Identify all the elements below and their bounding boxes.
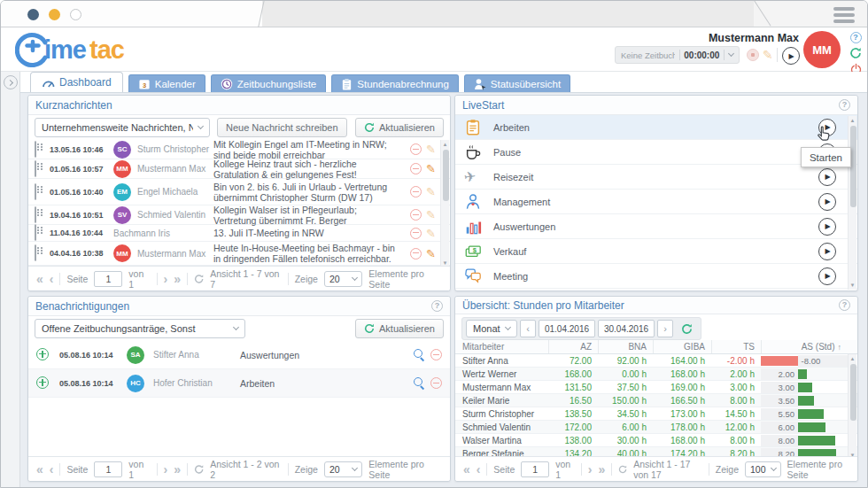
- refresh-icon: [364, 323, 375, 334]
- help-icon[interactable]: ?: [850, 32, 862, 43]
- column-ts[interactable]: TS: [711, 340, 761, 353]
- scroll-up-icon[interactable]: ▲: [849, 354, 856, 363]
- column-as-std[interactable]: AS (Std)↑: [761, 340, 848, 353]
- next-page-icon[interactable]: ›: [588, 463, 593, 476]
- next-page-icon[interactable]: ›: [164, 463, 168, 476]
- date-from-input[interactable]: 01.04.2016: [539, 320, 595, 337]
- first-page-icon[interactable]: «: [36, 463, 43, 476]
- delete-message-icon[interactable]: [410, 209, 422, 221]
- refresh-notifications-button[interactable]: Aktualisieren: [355, 319, 444, 338]
- stop-tracking-icon[interactable]: [747, 49, 759, 61]
- notification-filter-select[interactable]: Offene Zeitbuchungsanträge, Sonst: [35, 319, 245, 338]
- reload-list-icon[interactable]: [194, 274, 204, 284]
- scrollbar[interactable]: ▲ ▼: [848, 116, 856, 290]
- tab-zeitbuchungsliste[interactable]: Zeitbuchungsliste: [211, 74, 327, 92]
- edit-message-icon[interactable]: ✎: [426, 209, 436, 221]
- dismiss-icon[interactable]: [430, 349, 442, 360]
- column-mitarbeiter[interactable]: Mitarbeiter: [455, 340, 548, 353]
- time-tracking-widget[interactable]: Keine Zeitbuchung ... 00:00:00: [615, 46, 740, 64]
- refresh-icon[interactable]: [849, 47, 862, 59]
- chevron-down-icon[interactable]: [728, 50, 734, 57]
- help-icon[interactable]: ?: [839, 99, 850, 111]
- last-page-icon[interactable]: »: [174, 463, 181, 476]
- new-message-button[interactable]: Neue Nachricht schreiben: [217, 118, 347, 137]
- column-giba[interactable]: GIBA: [653, 340, 711, 353]
- scroll-down-icon[interactable]: ▼: [849, 281, 856, 290]
- per-page-select[interactable]: 100: [745, 461, 781, 477]
- tab-kalender[interactable]: 3 Kalender: [128, 74, 205, 92]
- refresh-table-button[interactable]: [676, 320, 697, 337]
- page-input[interactable]: [94, 271, 122, 287]
- window-close-button[interactable]: [27, 9, 39, 20]
- expand-icon[interactable]: [36, 348, 49, 360]
- next-period-icon[interactable]: ›: [657, 320, 673, 337]
- prev-period-icon[interactable]: ‹: [520, 320, 536, 337]
- reload-list-icon[interactable]: [194, 464, 204, 475]
- per-page-select[interactable]: 20: [324, 271, 362, 287]
- delete-message-icon[interactable]: [410, 163, 422, 174]
- scrollbar[interactable]: ▲ ▼: [440, 140, 449, 267]
- edit-message-icon[interactable]: ✎: [426, 186, 436, 198]
- scroll-up-icon[interactable]: ▲: [441, 140, 449, 149]
- delete-message-icon[interactable]: [410, 228, 422, 239]
- start-task-button[interactable]: ▶: [818, 267, 836, 285]
- edit-booking-icon[interactable]: ✎: [763, 49, 773, 61]
- page-input[interactable]: [94, 461, 122, 477]
- per-page-select[interactable]: 20: [324, 461, 362, 477]
- user-avatar[interactable]: MM: [803, 31, 841, 68]
- reload-list-icon[interactable]: [618, 464, 627, 475]
- scrollbar-thumb[interactable]: [850, 364, 856, 421]
- message-row: 01.05.16 10:57 MM Mustermann Max Kollege…: [28, 159, 450, 179]
- window-maximize-button[interactable]: [70, 9, 81, 20]
- page-input[interactable]: [521, 461, 549, 477]
- edit-message-icon[interactable]: ✎: [426, 143, 436, 155]
- refresh-messages-button[interactable]: Aktualisieren: [355, 118, 444, 137]
- scroll-up-icon[interactable]: ▲: [849, 116, 856, 125]
- window-minimize-button[interactable]: [49, 9, 60, 20]
- last-page-icon[interactable]: »: [598, 463, 605, 476]
- message-filter-select[interactable]: Unternehmensweite Nachrichten, N: [35, 118, 210, 137]
- delete-message-icon[interactable]: [410, 248, 422, 259]
- scrollbar[interactable]: ▲ ▼: [848, 354, 856, 460]
- column-bna[interactable]: BNA: [598, 340, 653, 353]
- tab-stundenabrechnung[interactable]: Stundenabrechnung: [331, 74, 459, 92]
- svg-text:3: 3: [143, 81, 146, 89]
- table-row: Wertz Werner 168.00 0.00 h 168.00 h 2.00…: [455, 368, 857, 381]
- delete-message-icon[interactable]: [410, 143, 422, 155]
- expand-icon[interactable]: [36, 376, 49, 389]
- edit-message-icon[interactable]: ✎: [426, 248, 436, 259]
- start-task-button[interactable]: ▶: [818, 168, 836, 186]
- sidebar-expand-icon[interactable]: [4, 75, 18, 89]
- message-row: 19.04.16 10:51 SV Schmied Valentin Kolle…: [28, 205, 450, 225]
- delete-message-icon[interactable]: [410, 186, 422, 198]
- start-task-button[interactable]: ▶: [818, 243, 836, 260]
- start-tracking-button[interactable]: ▶: [782, 47, 800, 65]
- first-page-icon[interactable]: «: [463, 463, 470, 476]
- hamburger-menu-icon[interactable]: [833, 7, 855, 23]
- first-page-icon[interactable]: «: [36, 273, 43, 285]
- column-az[interactable]: AZ: [548, 340, 598, 353]
- prev-page-icon[interactable]: ‹: [50, 273, 54, 285]
- tab-statusuebersicht[interactable]: Statusübersicht: [464, 74, 570, 92]
- inspect-icon[interactable]: [414, 349, 425, 360]
- scrollbar-thumb[interactable]: [443, 150, 449, 201]
- last-page-icon[interactable]: »: [174, 273, 181, 285]
- next-page-icon[interactable]: ›: [164, 273, 168, 285]
- prev-page-icon[interactable]: ‹: [50, 463, 54, 476]
- tab-dashboard[interactable]: Dashboard: [30, 72, 123, 92]
- start-task-button[interactable]: ▶: [818, 218, 836, 236]
- edit-message-icon[interactable]: ✎: [426, 163, 436, 174]
- edit-message-icon[interactable]: ✎: [426, 228, 436, 239]
- prev-page-icon[interactable]: ‹: [477, 463, 481, 476]
- company-icon: [35, 244, 36, 261]
- application-window: imetac Mustermann Max Keine Zeitbuchung …: [0, 0, 868, 488]
- dismiss-icon[interactable]: [430, 377, 442, 389]
- help-icon[interactable]: ?: [839, 299, 850, 311]
- date-to-input[interactable]: 30.04.2016: [598, 320, 655, 337]
- as-bar-cell: -8.00: [761, 354, 848, 367]
- start-task-button[interactable]: ▶: [818, 193, 836, 211]
- period-select[interactable]: Monat: [466, 320, 517, 337]
- uebersicht-panel: Übersicht: Stunden pro Mitarbeiter? Mona…: [454, 296, 858, 482]
- help-icon[interactable]: ?: [431, 300, 443, 312]
- inspect-icon[interactable]: [414, 377, 425, 389]
